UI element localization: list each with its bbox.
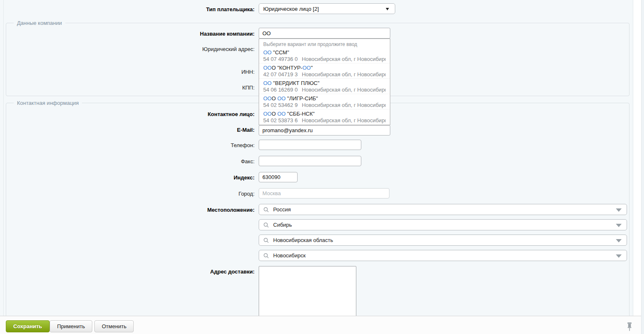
location-country-select[interactable]: Россия: [259, 204, 627, 215]
autocomplete-item-inn: 54 07 49736 0: [263, 56, 298, 62]
legal-address-label: Юридический адрес:: [126, 46, 255, 52]
autocomplete-item[interactable]: ООО "КОНТУР-ОО"42 07 04719 3Новосибирска…: [259, 63, 390, 78]
zip-input[interactable]: [259, 172, 298, 182]
inn-label: ИНН:: [126, 69, 255, 75]
scrollbar-track[interactable]: [641, 0, 644, 334]
contact-info-legend: Контактная информация: [14, 100, 82, 106]
autocomplete-item-address: Новосибирская обл, г Новосибирс...: [302, 56, 386, 62]
location-district-select[interactable]: Сибирь: [259, 219, 627, 230]
chevron-down-icon[interactable]: [616, 239, 622, 242]
location-district-value: Сибирь: [273, 222, 292, 228]
autocomplete-item-address: Новосибирская обл, г Новосибирс...: [302, 102, 386, 108]
autocomplete-item-inn: 54 06 16269 0: [263, 87, 298, 93]
search-icon: [263, 222, 269, 228]
autocomplete-item-inn: 54 02 53462 9: [263, 102, 298, 108]
email-label: E-Mail:: [126, 127, 255, 133]
autocomplete-item-info: 54 02 53873 6Новосибирская обл, г Новоси…: [263, 117, 386, 123]
autocomplete-item[interactable]: ОО "ВЕРДИКТ ПЛЮС"54 06 16269 0Новосибирс…: [259, 78, 390, 94]
location-city-value: Новосибирск: [273, 252, 306, 259]
content-right-border: [633, 0, 633, 334]
contact-person-label: Контактное лицо:: [126, 111, 255, 117]
autocomplete-item-name: ОО "ВЕРДИКТ ПЛЮС": [263, 80, 386, 87]
content-left-border: [3, 0, 4, 334]
location-label: Местоположение:: [126, 207, 255, 213]
company-autocomplete-dropdown: Выберите вариант или продолжите ввод ОО …: [259, 39, 390, 125]
autocomplete-item-inn: 54 02 53873 6: [263, 117, 298, 123]
search-icon: [263, 253, 269, 259]
payer-type-label: Тип плательщика:: [126, 6, 255, 12]
autocomplete-item-info: 54 02 53462 9Новосибирская обл, г Новоси…: [263, 102, 386, 108]
search-icon: [263, 237, 269, 243]
payer-type-value: Юридическое лицо [2]: [263, 6, 319, 12]
company-data-legend: Данные компании: [14, 20, 65, 26]
phone-input[interactable]: [259, 140, 361, 150]
autocomplete-list: ОО "ССМ"54 07 49736 0Новосибирская обл, …: [259, 48, 390, 124]
company-name-input[interactable]: [259, 28, 390, 39]
location-region-value: Новосибирская область: [273, 237, 333, 243]
autocomplete-item[interactable]: ООО ОО "ЛИГР-СИБ"54 02 53462 9Новосибирс…: [259, 94, 390, 109]
delivery-address-label: Адрес доставки:: [126, 269, 255, 275]
cancel-button[interactable]: Отменить: [94, 320, 134, 332]
autocomplete-item[interactable]: ООО ОО "СББ-НСК"54 02 53873 6Новосибирск…: [259, 109, 390, 124]
location-city-select[interactable]: Новосибирск: [259, 250, 627, 261]
city-input: [259, 188, 389, 198]
autocomplete-item-name: ООО ОО "ЛИГР-СИБ": [263, 95, 386, 102]
fax-input[interactable]: [259, 156, 361, 166]
zip-label: Индекс:: [126, 174, 255, 181]
chevron-down-icon[interactable]: [616, 254, 622, 258]
pushpin-icon[interactable]: [627, 322, 632, 332]
chevron-down-icon: [386, 8, 389, 10]
city-label: Город:: [126, 191, 255, 197]
fax-label: Факс:: [126, 158, 255, 165]
autocomplete-item-name: ООО ОО "СББ-НСК": [263, 111, 386, 117]
autocomplete-hint: Выберите вариант или продолжите ввод: [259, 39, 390, 48]
apply-button[interactable]: Применить: [50, 320, 92, 332]
payer-type-select[interactable]: Юридическое лицо [2]: [259, 3, 395, 14]
autocomplete-item-info: 54 07 49736 0Новосибирская обл, г Новоси…: [263, 56, 386, 62]
chevron-down-icon[interactable]: [616, 224, 622, 227]
search-icon: [263, 207, 269, 213]
kpp-label: КПП:: [126, 85, 255, 91]
autocomplete-item-address: Новосибирская обл, г Новосибирс...: [302, 87, 386, 93]
chevron-down-icon[interactable]: [616, 208, 622, 212]
autocomplete-item-name: ОО "ССМ": [263, 49, 386, 56]
location-region-select[interactable]: Новосибирская область: [259, 235, 627, 246]
autocomplete-item-name: ООО "КОНТУР-ОО": [263, 65, 386, 71]
save-button[interactable]: Сохранить: [6, 320, 50, 332]
autocomplete-item-inn: 42 07 04719 3: [263, 71, 298, 77]
company-name-label: Название компании:: [126, 31, 255, 37]
autocomplete-item-info: 42 07 04719 3Новосибирская обл, г Новоси…: [263, 71, 386, 77]
autocomplete-item-address: Новосибирская обл, г Новосибирс...: [302, 71, 386, 77]
email-input[interactable]: [259, 125, 390, 136]
phone-label: Телефон:: [126, 142, 255, 148]
location-country-value: Россия: [273, 206, 291, 213]
autocomplete-item[interactable]: ОО "ССМ"54 07 49736 0Новосибирская обл, …: [259, 48, 390, 63]
bottom-toolbar: Сохранить Применить Отменить: [0, 316, 644, 334]
right-gutter: [633, 0, 641, 334]
autocomplete-item-info: 54 06 16269 0Новосибирская обл, г Новоси…: [263, 87, 386, 93]
autocomplete-item-address: Новосибирская обл, г Новосибирс...: [302, 117, 386, 123]
